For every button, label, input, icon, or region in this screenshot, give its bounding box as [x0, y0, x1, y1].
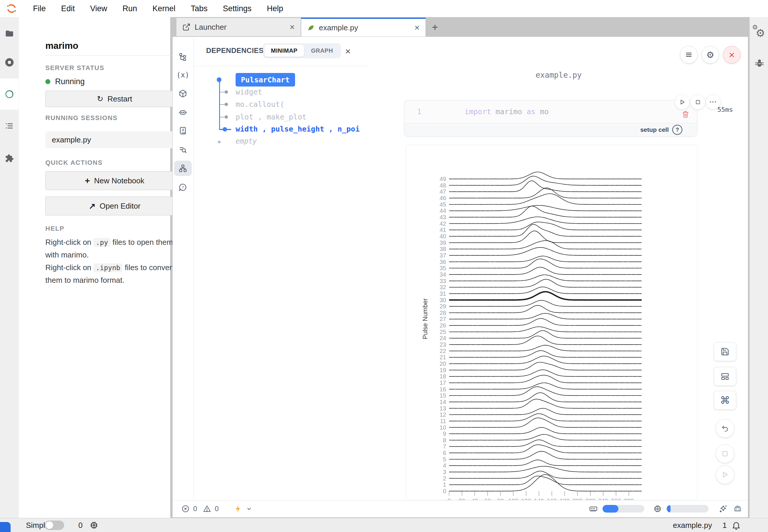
property-inspector-gears-icon[interactable]: ⚙ ⚙ [753, 26, 766, 39]
dep-node-pulsarchart[interactable]: PulsarChart [236, 73, 295, 87]
menu-help[interactable]: Help [259, 0, 291, 17]
debugger-bug-icon[interactable] [754, 58, 765, 69]
new-notebook-button[interactable]: + New Notebook [45, 171, 184, 190]
menu-run[interactable]: Run [115, 0, 145, 17]
copilot-robot-icon[interactable] [733, 504, 743, 514]
dep-node-widget[interactable]: widget [236, 88, 262, 96]
close-tab-icon[interactable]: × [414, 23, 420, 32]
toggle-graph[interactable]: GRAPH [305, 45, 340, 57]
chart-y-tick: 8 [443, 437, 446, 443]
chart-y-tick: 15 [440, 392, 446, 399]
run-cell-button[interactable] [675, 94, 690, 110]
menu-view[interactable]: View [82, 0, 115, 17]
chart-y-tick: 30 [440, 297, 446, 303]
new-tab-button[interactable]: + [428, 20, 442, 35]
restart-icon: ↻ [97, 94, 103, 104]
shutdown-button[interactable]: × [723, 46, 741, 64]
menu-settings[interactable]: Settings [215, 0, 260, 17]
mode-indicator-badge [0, 522, 11, 532]
file-browser-icon[interactable] [0, 28, 19, 39]
errors-icon[interactable] [181, 505, 189, 513]
marimo-sidebar: marimo SERVER STATUS Running ↻ Restart R… [19, 17, 170, 518]
chart-y-tick: 13 [440, 405, 446, 412]
status-dot-green [45, 79, 50, 84]
warnings-icon[interactable] [203, 505, 211, 513]
menu-bar: File Edit View Run Kernel Tabs Settings … [0, 0, 768, 17]
stop-sessions-icon[interactable] [0, 56, 19, 68]
command-icon: ⌘ [720, 394, 730, 406]
dependency-graph-icon[interactable] [174, 161, 192, 176]
save-notebook-button[interactable] [714, 342, 736, 361]
notebook-menu-button[interactable] [680, 46, 698, 64]
extensions-puzzle-icon[interactable] [0, 152, 19, 164]
chart-y-tick: 42 [440, 220, 446, 227]
bell-icon[interactable] [732, 521, 741, 530]
layout-icon [721, 372, 729, 381]
simple-mode-toggle[interactable] [45, 521, 64, 530]
dep-node-empty[interactable]: empty [236, 137, 257, 145]
outline-search-icon[interactable] [174, 142, 192, 157]
ai-robot-icon[interactable] [174, 104, 192, 120]
setup-help-icon[interactable]: ? [672, 125, 682, 135]
restart-server-button[interactable]: ↻ Restart [45, 91, 184, 107]
notebook-settings-button[interactable]: ⚙ [702, 46, 719, 64]
chart-x-tick: 260 [611, 498, 621, 500]
setup-cell-label: setup cell [640, 126, 669, 133]
run-mode-lightning-icon[interactable] [234, 505, 242, 513]
marimo-panel-icon[interactable] [0, 88, 19, 100]
chart-y-tick: 40 [440, 233, 446, 240]
warning-count: 0 [215, 505, 219, 513]
logs-scroll-icon[interactable] [174, 123, 192, 138]
close-dependencies-icon[interactable]: × [345, 46, 351, 56]
arrow-up-right-icon: ↗ [89, 201, 95, 211]
tab-launcher[interactable]: Launcher × [176, 18, 301, 36]
kernel-count: 0 [78, 518, 82, 532]
menu-kernel[interactable]: Kernel [145, 0, 183, 17]
ai-sparkle-icon[interactable] [719, 504, 728, 513]
file-tree-icon[interactable] [174, 49, 192, 64]
stop-icon [721, 450, 729, 458]
server-status-value: Running [55, 77, 85, 86]
kernel-chip-icon[interactable] [89, 521, 98, 530]
toggle-minimap[interactable]: MINIMAP [265, 45, 304, 57]
chart-y-tick: 2 [443, 475, 446, 482]
dep-node-plot[interactable]: plot , make_plot [236, 113, 307, 121]
tab-example-py[interactable]: example.py × [301, 18, 426, 36]
run-all-button[interactable] [716, 465, 734, 484]
chart-y-tick: 32 [440, 284, 446, 290]
chart-y-tick: 29 [440, 303, 446, 310]
setup-cell-footer: setup cell ? [404, 123, 697, 136]
packages-cube-icon[interactable] [174, 86, 192, 101]
undo-button[interactable] [716, 419, 734, 438]
minimap-graph-toggle: MINIMAP GRAPH [263, 43, 341, 58]
menu-file[interactable]: File [25, 0, 54, 17]
open-editor-button[interactable]: ↗ Open Editor [45, 197, 184, 215]
dep-node-callout[interactable]: mo.callout( [236, 100, 285, 109]
chart-x-tick: 80 [497, 498, 503, 500]
delete-cell-trash-icon[interactable] [681, 110, 690, 119]
help-bubble-icon[interactable]: ? [174, 180, 192, 195]
chart-y-tick: 19 [440, 367, 446, 373]
command-palette-button[interactable]: ⌘ [714, 391, 736, 410]
layout-toggle-button[interactable] [714, 367, 736, 386]
running-list-icon[interactable] [0, 120, 19, 132]
notebook-title: example.py [369, 71, 748, 79]
session-item[interactable]: example.py × [45, 131, 184, 148]
chart-y-tick: 9 [443, 430, 446, 437]
menu-edit[interactable]: Edit [54, 0, 83, 17]
stop-cell-button[interactable] [690, 94, 706, 110]
variables-icon[interactable]: (x) [174, 67, 192, 83]
chart-y-tick: 35 [440, 265, 446, 271]
close-tab-icon[interactable]: × [290, 23, 295, 31]
ellipsis-icon: ··· [710, 98, 717, 106]
server-status-heading: SERVER STATUS [45, 64, 104, 72]
chart-y-tick: 10 [440, 424, 446, 431]
code-editor[interactable]: 1 import marimo as mo [404, 100, 697, 123]
dep-node-width-pulseheight[interactable]: width , pulse_height , n_poi [236, 125, 360, 133]
chart-y-tick: 47 [440, 188, 446, 195]
interrupt-button[interactable] [716, 444, 734, 463]
chart-y-tick: 41 [440, 227, 446, 233]
menu-tabs[interactable]: Tabs [183, 0, 215, 17]
chart-x-tick: 120 [521, 498, 531, 500]
chevron-down-icon[interactable] [246, 506, 252, 512]
